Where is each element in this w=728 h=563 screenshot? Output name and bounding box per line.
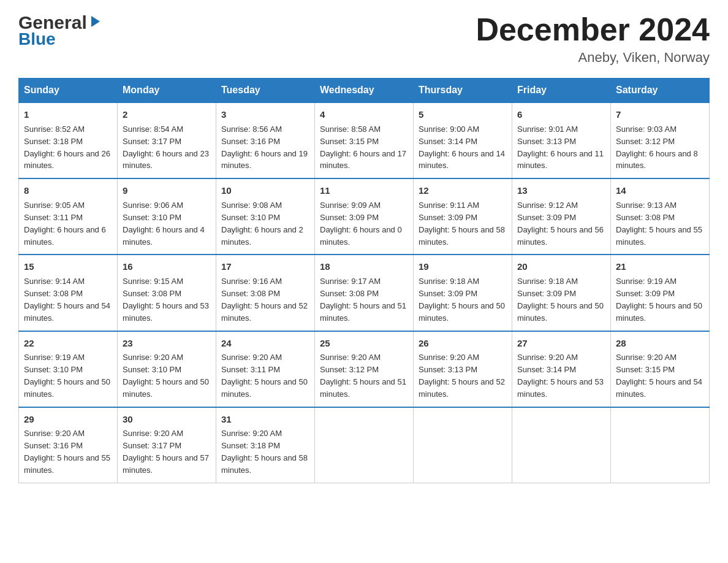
day-number: 27 xyxy=(517,337,605,350)
calendar-day-cell xyxy=(611,407,710,483)
day-number: 9 xyxy=(123,184,211,197)
calendar-day-cell: 20 Sunrise: 9:18 AMSunset: 3:09 PMDaylig… xyxy=(512,255,611,331)
calendar-week-row: 15 Sunrise: 9:14 AMSunset: 3:08 PMDaylig… xyxy=(19,255,710,331)
day-info: Sunrise: 9:20 AMSunset: 3:13 PMDaylight:… xyxy=(419,353,505,399)
day-info: Sunrise: 8:56 AMSunset: 3:16 PMDaylight:… xyxy=(221,124,308,170)
day-number: 17 xyxy=(221,260,309,274)
calendar-day-cell: 23 Sunrise: 9:20 AMSunset: 3:10 PMDaylig… xyxy=(118,331,216,407)
day-number: 30 xyxy=(123,413,211,426)
day-number: 4 xyxy=(320,108,408,121)
calendar-table: Sunday Monday Tuesday Wednesday Thursday… xyxy=(18,78,710,483)
day-info: Sunrise: 9:19 AMSunset: 3:10 PMDaylight:… xyxy=(24,353,110,399)
day-number: 13 xyxy=(517,184,605,197)
day-info: Sunrise: 9:20 AMSunset: 3:10 PMDaylight:… xyxy=(123,353,209,399)
calendar-day-cell: 2 Sunrise: 8:54 AMSunset: 3:17 PMDayligh… xyxy=(118,102,216,178)
calendar-day-cell: 18 Sunrise: 9:17 AMSunset: 3:08 PMDaylig… xyxy=(315,255,414,331)
calendar-day-cell: 8 Sunrise: 9:05 AMSunset: 3:11 PMDayligh… xyxy=(19,178,118,255)
day-number: 28 xyxy=(616,337,704,350)
day-info: Sunrise: 9:13 AMSunset: 3:08 PMDaylight:… xyxy=(616,201,702,247)
calendar-day-cell: 12 Sunrise: 9:11 AMSunset: 3:09 PMDaylig… xyxy=(414,178,512,255)
page-header: General Blue December 2024 Aneby, Viken,… xyxy=(18,12,710,66)
day-number: 21 xyxy=(616,260,704,274)
day-number: 1 xyxy=(24,108,112,121)
day-number: 16 xyxy=(123,260,211,274)
day-number: 14 xyxy=(616,184,704,197)
calendar-day-cell: 4 Sunrise: 8:58 AMSunset: 3:15 PMDayligh… xyxy=(315,102,414,178)
calendar-day-cell: 13 Sunrise: 9:12 AMSunset: 3:09 PMDaylig… xyxy=(512,178,611,255)
calendar-week-row: 1 Sunrise: 8:52 AMSunset: 3:18 PMDayligh… xyxy=(19,102,710,178)
logo-blue-text: Blue xyxy=(18,29,56,49)
day-info: Sunrise: 9:15 AMSunset: 3:08 PMDaylight:… xyxy=(123,277,209,323)
day-number: 20 xyxy=(517,260,605,274)
day-info: Sunrise: 9:11 AMSunset: 3:09 PMDaylight:… xyxy=(419,201,505,247)
day-info: Sunrise: 9:05 AMSunset: 3:11 PMDaylight:… xyxy=(24,201,106,247)
day-number: 31 xyxy=(221,413,309,426)
logo-arrow-icon xyxy=(89,15,102,31)
day-info: Sunrise: 8:54 AMSunset: 3:17 PMDaylight:… xyxy=(123,124,209,170)
day-info: Sunrise: 9:09 AMSunset: 3:09 PMDaylight:… xyxy=(320,201,402,247)
calendar-day-cell xyxy=(315,407,414,483)
calendar-day-cell: 16 Sunrise: 9:15 AMSunset: 3:08 PMDaylig… xyxy=(118,255,216,331)
day-info: Sunrise: 9:20 AMSunset: 3:17 PMDaylight:… xyxy=(123,429,209,475)
title-block: December 2024 Aneby, Viken, Norway xyxy=(476,12,710,66)
day-info: Sunrise: 9:01 AMSunset: 3:13 PMDaylight:… xyxy=(517,124,604,170)
month-title: December 2024 xyxy=(476,12,710,47)
col-monday: Monday xyxy=(118,79,216,103)
svg-marker-0 xyxy=(91,16,100,27)
day-info: Sunrise: 9:18 AMSunset: 3:09 PMDaylight:… xyxy=(419,277,505,323)
calendar-day-cell: 10 Sunrise: 9:08 AMSunset: 3:10 PMDaylig… xyxy=(216,178,315,255)
day-number: 19 xyxy=(419,260,507,274)
col-sunday: Sunday xyxy=(19,79,118,103)
logo: General Blue xyxy=(18,12,102,49)
calendar-day-cell: 6 Sunrise: 9:01 AMSunset: 3:13 PMDayligh… xyxy=(512,102,611,178)
day-number: 5 xyxy=(419,108,507,121)
day-info: Sunrise: 9:17 AMSunset: 3:08 PMDaylight:… xyxy=(320,277,406,323)
day-info: Sunrise: 9:20 AMSunset: 3:15 PMDaylight:… xyxy=(616,353,702,399)
calendar-day-cell: 25 Sunrise: 9:20 AMSunset: 3:12 PMDaylig… xyxy=(315,331,414,407)
day-info: Sunrise: 9:19 AMSunset: 3:09 PMDaylight:… xyxy=(616,277,702,323)
calendar-day-cell xyxy=(512,407,611,483)
calendar-day-cell: 24 Sunrise: 9:20 AMSunset: 3:11 PMDaylig… xyxy=(216,331,315,407)
day-number: 23 xyxy=(123,337,211,350)
day-info: Sunrise: 9:14 AMSunset: 3:08 PMDaylight:… xyxy=(24,277,110,323)
calendar-day-cell: 31 Sunrise: 9:20 AMSunset: 3:18 PMDaylig… xyxy=(216,407,315,483)
day-info: Sunrise: 9:20 AMSunset: 3:18 PMDaylight:… xyxy=(221,429,308,475)
calendar-day-cell: 30 Sunrise: 9:20 AMSunset: 3:17 PMDaylig… xyxy=(118,407,216,483)
calendar-day-cell: 7 Sunrise: 9:03 AMSunset: 3:12 PMDayligh… xyxy=(611,102,710,178)
header-row: Sunday Monday Tuesday Wednesday Thursday… xyxy=(19,79,710,103)
calendar-day-cell: 27 Sunrise: 9:20 AMSunset: 3:14 PMDaylig… xyxy=(512,331,611,407)
calendar-week-row: 22 Sunrise: 9:19 AMSunset: 3:10 PMDaylig… xyxy=(19,331,710,407)
calendar-day-cell: 11 Sunrise: 9:09 AMSunset: 3:09 PMDaylig… xyxy=(315,178,414,255)
day-info: Sunrise: 9:20 AMSunset: 3:12 PMDaylight:… xyxy=(320,353,406,399)
day-number: 18 xyxy=(320,260,408,274)
day-info: Sunrise: 9:06 AMSunset: 3:10 PMDaylight:… xyxy=(123,201,205,247)
day-number: 25 xyxy=(320,337,408,350)
calendar-week-row: 29 Sunrise: 9:20 AMSunset: 3:16 PMDaylig… xyxy=(19,407,710,483)
calendar-day-cell: 26 Sunrise: 9:20 AMSunset: 3:13 PMDaylig… xyxy=(414,331,512,407)
day-info: Sunrise: 9:00 AMSunset: 3:14 PMDaylight:… xyxy=(419,124,505,170)
calendar-day-cell: 19 Sunrise: 9:18 AMSunset: 3:09 PMDaylig… xyxy=(414,255,512,331)
day-info: Sunrise: 8:58 AMSunset: 3:15 PMDaylight:… xyxy=(320,124,406,170)
calendar-week-row: 8 Sunrise: 9:05 AMSunset: 3:11 PMDayligh… xyxy=(19,178,710,255)
day-info: Sunrise: 9:16 AMSunset: 3:08 PMDaylight:… xyxy=(221,277,308,323)
calendar-day-cell: 28 Sunrise: 9:20 AMSunset: 3:15 PMDaylig… xyxy=(611,331,710,407)
day-number: 7 xyxy=(616,108,704,121)
calendar-day-cell: 21 Sunrise: 9:19 AMSunset: 3:09 PMDaylig… xyxy=(611,255,710,331)
day-info: Sunrise: 9:03 AMSunset: 3:12 PMDaylight:… xyxy=(616,124,698,170)
location-subtitle: Aneby, Viken, Norway xyxy=(476,50,710,66)
col-thursday: Thursday xyxy=(414,79,512,103)
calendar-day-cell: 22 Sunrise: 9:19 AMSunset: 3:10 PMDaylig… xyxy=(19,331,118,407)
day-info: Sunrise: 9:20 AMSunset: 3:14 PMDaylight:… xyxy=(517,353,604,399)
day-number: 12 xyxy=(419,184,507,197)
calendar-day-cell: 3 Sunrise: 8:56 AMSunset: 3:16 PMDayligh… xyxy=(216,102,315,178)
calendar-day-cell: 29 Sunrise: 9:20 AMSunset: 3:16 PMDaylig… xyxy=(19,407,118,483)
col-tuesday: Tuesday xyxy=(216,79,315,103)
day-info: Sunrise: 9:18 AMSunset: 3:09 PMDaylight:… xyxy=(517,277,604,323)
calendar-day-cell: 17 Sunrise: 9:16 AMSunset: 3:08 PMDaylig… xyxy=(216,255,315,331)
day-number: 2 xyxy=(123,108,211,121)
day-info: Sunrise: 8:52 AMSunset: 3:18 PMDaylight:… xyxy=(24,124,110,170)
col-friday: Friday xyxy=(512,79,611,103)
day-info: Sunrise: 9:20 AMSunset: 3:11 PMDaylight:… xyxy=(221,353,308,399)
calendar-day-cell: 1 Sunrise: 8:52 AMSunset: 3:18 PMDayligh… xyxy=(19,102,118,178)
day-info: Sunrise: 9:12 AMSunset: 3:09 PMDaylight:… xyxy=(517,201,604,247)
